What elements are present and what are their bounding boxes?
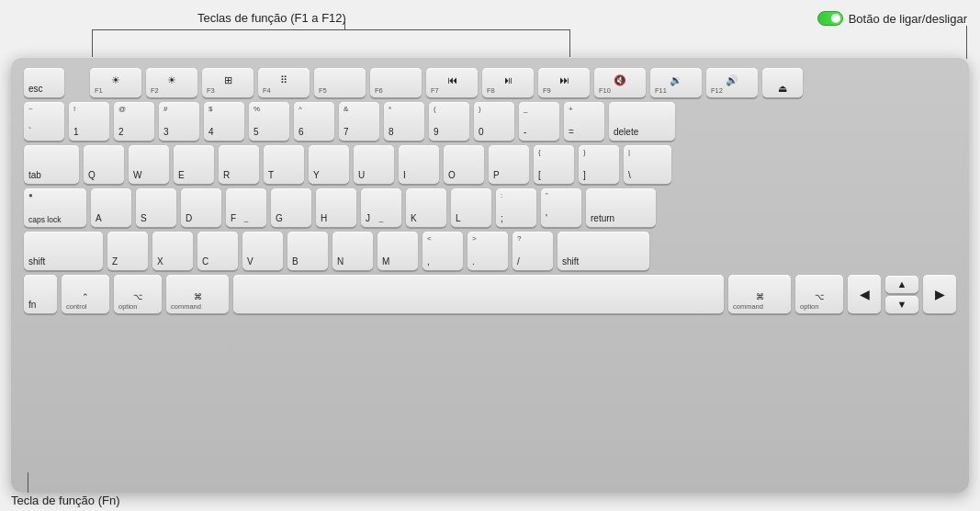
key-slash[interactable]: ? / — [513, 232, 553, 270]
key-b[interactable]: B — [287, 232, 328, 270]
callout-fn-v — [28, 472, 28, 493]
key-esc[interactable]: esc — [24, 68, 64, 97]
fn-key-label: Tecla de função (Fn) — [11, 494, 120, 507]
volume-up-icon: 🔊 — [726, 74, 738, 86]
launchpad-icon: ⠿ — [280, 74, 287, 86]
key-semicolon[interactable]: : ; — [496, 188, 536, 227]
arrow-up-icon: ▲ — [897, 278, 907, 290]
key-f10[interactable]: 🔇 F10 — [594, 68, 646, 97]
key-7[interactable]: & 7 — [339, 102, 379, 141]
command-left-icon: ⌘ — [194, 292, 202, 302]
arrow-left-icon: ◀ — [860, 287, 870, 302]
key-e[interactable]: E — [174, 145, 214, 184]
key-quote[interactable]: " ' — [541, 188, 581, 227]
key-a[interactable]: A — [91, 188, 131, 227]
key-1[interactable]: ! 1 — [69, 102, 109, 141]
key-command-right[interactable]: ⌘ command — [728, 275, 791, 313]
key-f5[interactable]: F5 — [314, 68, 366, 97]
key-f6[interactable]: F6 — [370, 68, 422, 97]
key-f[interactable]: _ F — [226, 188, 266, 227]
key-arrow-left[interactable]: ◀ — [848, 275, 881, 313]
key-f8[interactable]: ⏯ F8 — [482, 68, 534, 97]
key-p[interactable]: P — [489, 145, 529, 184]
key-option-right[interactable]: ⌥ option — [795, 275, 843, 313]
key-t[interactable]: T — [264, 145, 304, 184]
key-arrow-down[interactable]: ▼ — [885, 296, 918, 313]
key-f4[interactable]: ⠿ F4 — [258, 68, 310, 97]
key-9[interactable]: ( 9 — [429, 102, 469, 141]
key-f9[interactable]: ⏭ F9 — [538, 68, 590, 97]
key-f1[interactable]: ☀ F1 — [90, 68, 141, 97]
key-j[interactable]: _ J — [361, 188, 401, 227]
key-i[interactable]: I — [399, 145, 439, 184]
key-bracket-open[interactable]: { [ — [534, 145, 574, 184]
key-space[interactable] — [233, 275, 724, 313]
key-arrow-right[interactable]: ▶ — [923, 275, 956, 313]
key-delete[interactable]: delete — [609, 102, 675, 141]
key-f2[interactable]: ☀ F2 — [146, 68, 197, 97]
key-control[interactable]: ⌃ control — [62, 275, 109, 313]
brightness-low-icon: ☀ — [111, 74, 120, 86]
rewind-icon: ⏮ — [447, 74, 457, 86]
option-left-icon: ⌥ — [133, 292, 142, 302]
key-equals[interactable]: + = — [564, 102, 604, 141]
key-fn[interactable]: fn — [24, 275, 57, 313]
key-v[interactable]: V — [242, 232, 283, 270]
key-h[interactable]: H — [316, 188, 356, 227]
key-y[interactable]: Y — [309, 145, 349, 184]
key-2[interactable]: @ 2 — [114, 102, 154, 141]
key-8[interactable]: * 8 — [384, 102, 424, 141]
key-6[interactable]: ^ 6 — [294, 102, 334, 141]
key-q[interactable]: Q — [84, 145, 124, 184]
key-l[interactable]: L — [451, 188, 491, 227]
fast-forward-icon: ⏭ — [559, 74, 569, 86]
key-u[interactable]: U — [354, 145, 394, 184]
key-command-left[interactable]: ⌘ command — [166, 275, 229, 313]
key-shift-left[interactable]: shift — [24, 232, 103, 270]
key-0[interactable]: ) 0 — [474, 102, 514, 141]
key-tilde[interactable]: ~ ` — [24, 102, 64, 141]
key-f11[interactable]: 🔉 F11 — [650, 68, 702, 97]
top-char: ~ — [28, 105, 33, 114]
key-5[interactable]: % 5 — [249, 102, 289, 141]
key-f12[interactable]: 🔊 F12 — [706, 68, 758, 97]
key-s[interactable]: S — [136, 188, 176, 227]
key-w[interactable]: W — [129, 145, 169, 184]
key-3[interactable]: # 3 — [159, 102, 199, 141]
key-g[interactable]: G — [271, 188, 311, 227]
modifier-row: fn ⌃ control ⌥ option ⌘ command ⌘ comman… — [24, 275, 956, 313]
callout-line-v3 — [344, 20, 345, 29]
volume-down-icon: 🔉 — [670, 74, 682, 86]
key-k[interactable]: K — [406, 188, 446, 227]
key-eject[interactable]: ⏏ — [762, 68, 803, 97]
key-c[interactable]: C — [197, 232, 238, 270]
key-f7[interactable]: ⏮ F7 — [426, 68, 478, 97]
key-bracket-close[interactable]: } ] — [579, 145, 619, 184]
key-f3[interactable]: ⊞ F3 — [202, 68, 253, 97]
key-shift-right[interactable]: shift — [558, 232, 649, 270]
brightness-high-icon: ☀ — [167, 74, 176, 86]
key-tab[interactable]: tab — [24, 145, 79, 184]
callout-line-v1 — [92, 29, 93, 59]
eject-icon: ⏏ — [778, 83, 787, 95]
arrow-down-icon: ▼ — [897, 299, 907, 311]
key-minus[interactable]: _ - — [519, 102, 559, 141]
option-right-icon: ⌥ — [815, 292, 824, 302]
key-return[interactable]: return — [586, 188, 656, 227]
key-4[interactable]: $ 4 — [204, 102, 244, 141]
key-option-left[interactable]: ⌥ option — [114, 275, 162, 313]
key-n[interactable]: N — [332, 232, 373, 270]
key-d[interactable]: D — [181, 188, 221, 227]
key-backslash[interactable]: | \ — [624, 145, 671, 184]
key-arrow-up[interactable]: ▲ — [885, 276, 918, 293]
play-pause-icon: ⏯ — [503, 74, 513, 86]
key-comma[interactable]: < , — [422, 232, 463, 270]
key-r[interactable]: R — [219, 145, 259, 184]
key-period[interactable]: > . — [467, 232, 508, 270]
key-m[interactable]: M — [377, 232, 418, 270]
key-caps-lock[interactable]: ● caps lock — [24, 188, 86, 227]
key-o[interactable]: O — [444, 145, 484, 184]
key-x[interactable]: X — [152, 232, 193, 270]
caps-row: ● caps lock A S D _ F G H _ J K L : ; — [24, 188, 956, 227]
key-z[interactable]: Z — [107, 232, 148, 270]
